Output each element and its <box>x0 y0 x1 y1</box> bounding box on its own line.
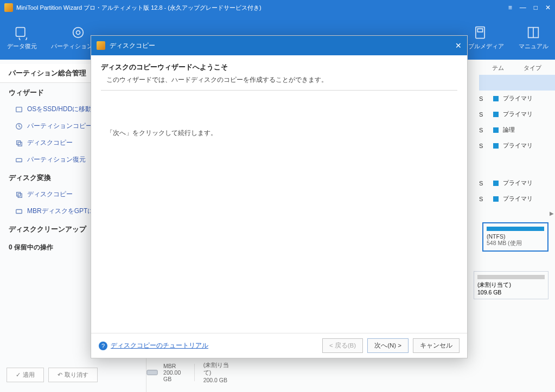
help-icon: ? <box>99 342 107 350</box>
scroll-right-icon[interactable]: ▶ <box>550 210 554 216</box>
close-icon[interactable]: ✕ <box>545 4 551 11</box>
sidebar-item-label: ディスクコピー <box>27 138 73 147</box>
table-row[interactable]: Sプライマリ <box>479 175 555 191</box>
svg-rect-11 <box>18 194 22 197</box>
dialog-footer: ? ディスクコピーのチュートリアル < 戻る(B) 次へ(N) > キャンセル <box>91 333 467 358</box>
usage-bar <box>487 227 544 231</box>
apply-button[interactable]: ✓適用 <box>7 368 44 382</box>
copy-icon <box>15 191 23 198</box>
svg-rect-4 <box>477 29 482 32</box>
titlebar: MiniTool Partition Wizard プロ・アルティメット版 12… <box>0 0 555 15</box>
partition-recovery-icon <box>71 25 86 40</box>
col-system: テム <box>487 61 518 75</box>
col-type: タイプ <box>518 61 555 75</box>
dialog-heading: ディスクのコピーウィザードへようこそ <box>101 63 457 72</box>
toolbar-label: データ復元 <box>7 42 37 50</box>
type-swatch <box>493 181 499 186</box>
svg-rect-8 <box>18 142 22 146</box>
disk-capacity: 200.00 GB <box>163 369 186 382</box>
data-recovery-icon <box>14 25 29 40</box>
table-row[interactable]: Sプライマリ <box>479 138 555 153</box>
dialog-body: ディスクのコピーウィザードへようこそ このウィザードでは、ハードディスクのコピー… <box>91 55 467 333</box>
type-swatch <box>493 196 499 202</box>
table-body: Sプライマリ Sプライマリ S論理 Sプライマリ Sプライマリ Sプライマリ ▶ <box>479 75 555 207</box>
disk-info-bottom: MBR 200.00 GB (未割り当て) 200.0 GB <box>146 362 231 383</box>
table-header: テム タイプ <box>487 61 555 75</box>
cancel-button[interactable]: キャンセル <box>413 338 460 353</box>
svg-rect-5 <box>16 107 22 112</box>
type-swatch <box>493 127 499 133</box>
sidebar-item-label: MBRディスクをGPTに <box>27 207 94 216</box>
disk-map-right: (NTFS) 548 MB (使用 <box>482 222 548 255</box>
tutorial-link[interactable]: ? ディスクコピーのチュートリアル <box>99 342 208 350</box>
svg-rect-7 <box>17 140 21 144</box>
window-controls: ≡ — □ ✕ <box>508 4 551 11</box>
media-icon <box>473 25 488 40</box>
recovery-icon <box>15 156 23 164</box>
back-button: < 戻る(B) <box>322 338 363 353</box>
usage-bar <box>477 275 545 279</box>
svg-rect-9 <box>16 158 22 162</box>
toolbar-manual[interactable]: マニュアル <box>517 25 550 50</box>
disk-card-unalloc[interactable]: (未割り当て) 109.6 GB <box>474 271 548 299</box>
sidebar-item-label: パーティション復元 <box>27 155 86 164</box>
next-button[interactable]: 次へ(N) > <box>367 338 409 353</box>
toolbar-label: マニュアル <box>519 42 548 50</box>
dialog-icon <box>97 41 105 50</box>
svg-rect-13 <box>147 370 157 375</box>
sidebar-item-label: パーティションコピー <box>27 121 92 131</box>
migrate-icon <box>15 106 23 113</box>
undo-button[interactable]: ↶取り消す <box>48 368 98 382</box>
manual-icon <box>526 25 541 40</box>
disk-map-right-2: (未割り当て) 109.6 GB <box>474 271 548 299</box>
table-row[interactable]: Sプライマリ <box>479 91 555 106</box>
maximize-icon[interactable]: □ <box>534 4 538 11</box>
type-swatch <box>493 112 499 117</box>
table-row[interactable]: Sプライマリ <box>479 106 555 122</box>
copy-icon <box>15 139 23 147</box>
svg-rect-10 <box>17 192 21 196</box>
type-swatch <box>493 143 499 149</box>
svg-point-2 <box>76 30 80 34</box>
svg-point-1 <box>73 27 83 37</box>
menu-icon[interactable]: ≡ <box>508 4 512 11</box>
dialog-titlebar: ディスクコピー ✕ <box>91 36 467 55</box>
disk-free: 200.0 GB <box>203 377 231 383</box>
dialog-subtext: このウィザードでは、ハードディスクのコピーを作成することができます。 <box>106 75 457 85</box>
dialog-instruction: 「次へ」をクリックして続行します。 <box>106 128 457 138</box>
sidebar-item-label: ディスクコピー <box>27 190 73 199</box>
svg-rect-0 <box>16 27 25 36</box>
convert-icon <box>15 208 23 215</box>
dialog-close-icon[interactable]: ✕ <box>455 41 462 50</box>
table-row[interactable]: S論理 <box>479 122 555 138</box>
window-title: MiniTool Partition Wizard プロ・アルティメット版 12… <box>16 4 508 12</box>
dialog-title-text: ディスクコピー <box>110 41 455 50</box>
disk-copy-dialog: ディスクコピー ✕ ディスクのコピーウィザードへようこそ このウィザードでは、ハ… <box>91 35 468 358</box>
toolbar-data-recovery[interactable]: データ復元 <box>5 25 38 50</box>
table-row[interactable]: Sプライマリ <box>479 191 555 207</box>
disk-type: MBR <box>163 363 186 369</box>
svg-rect-12 <box>16 209 22 213</box>
app-icon <box>4 3 13 12</box>
divider <box>101 90 457 91</box>
disk-state: (未割り当て) <box>203 362 231 377</box>
check-icon: ✓ <box>16 371 21 378</box>
hdd-icon <box>146 367 158 378</box>
table-row[interactable] <box>479 75 555 91</box>
minimize-icon[interactable]: — <box>520 4 526 11</box>
sidebar-item-label: OSをSSD/HDDに移動 <box>27 105 92 114</box>
disk-card-ntfs[interactable]: (NTFS) 548 MB (使用 <box>482 222 548 252</box>
undo-icon: ↶ <box>58 371 62 378</box>
action-bar: ✓適用 ↶取り消す <box>7 368 98 382</box>
type-swatch <box>493 96 499 101</box>
clock-icon <box>15 123 23 130</box>
